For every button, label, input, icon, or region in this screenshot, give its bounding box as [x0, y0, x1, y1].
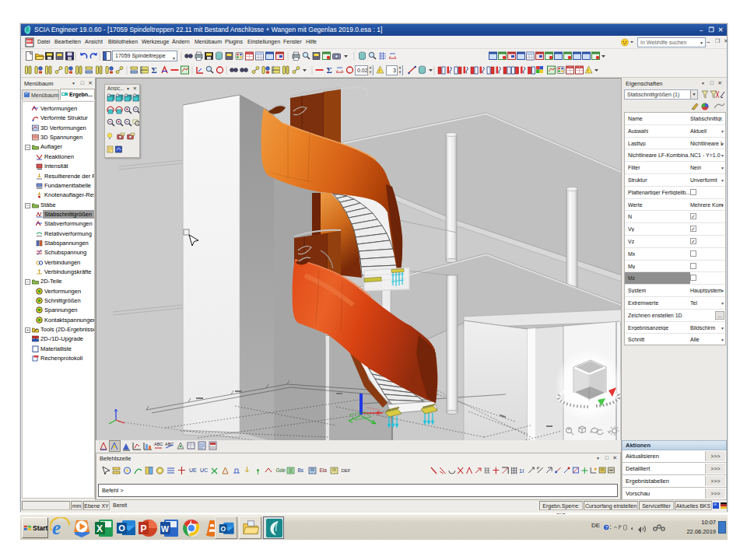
svg-text:ABC: ABC [165, 442, 174, 446]
svg-text:Ela: Ela [320, 467, 328, 473]
svg-text:ABC: ABC [154, 442, 163, 446]
svg-text:DEF: DEF [342, 468, 351, 473]
svg-text:W: W [161, 524, 169, 534]
svg-text:O: O [118, 523, 125, 533]
svg-text:?: ? [605, 526, 608, 530]
svg-text:UC: UC [200, 467, 208, 473]
svg-text:1I: 1I [519, 467, 524, 474]
svg-text:O: O [220, 525, 226, 533]
svg-text:X: X [96, 523, 103, 534]
svg-text:UE: UE [189, 467, 197, 473]
svg-text:Bs: Bs [298, 467, 304, 473]
svg-text:P: P [141, 523, 147, 534]
svg-text:Gde: Gde [276, 467, 286, 473]
